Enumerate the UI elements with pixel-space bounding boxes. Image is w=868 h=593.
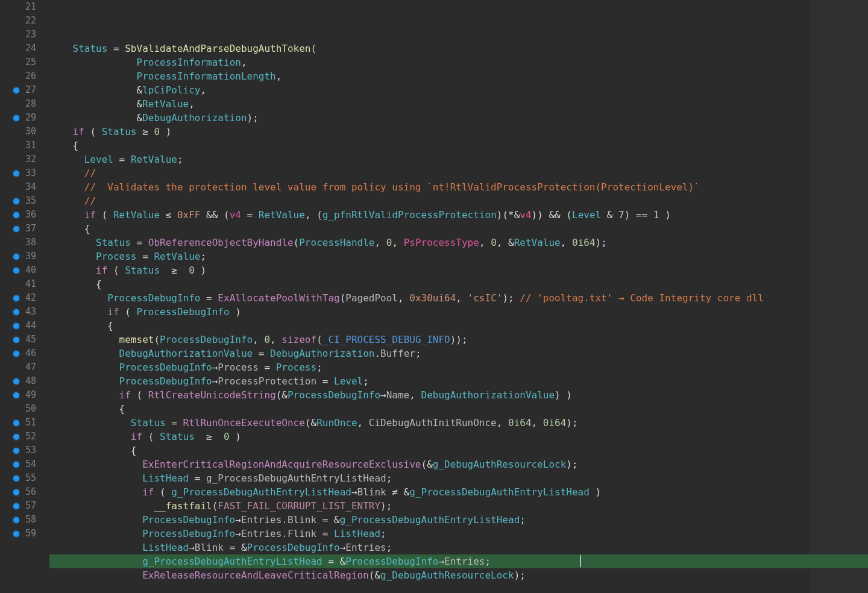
gutter-row[interactable]: 45 <box>13 333 42 347</box>
code-line[interactable]: { <box>49 444 868 457</box>
gutter-row[interactable]: 55 <box>13 471 42 485</box>
code-line[interactable]: if ( g_ProcessDebugAuthEntryListHead→Bli… <box>49 485 868 499</box>
breakpoint-icon[interactable] <box>13 226 19 232</box>
line-gutter[interactable]: 2122232425262728293031323334353637383940… <box>0 0 42 593</box>
code-line[interactable]: { <box>49 319 868 333</box>
code-line[interactable]: if ( Status ≥ 0 ) <box>49 125 868 139</box>
gutter-row[interactable]: 30 <box>13 125 42 139</box>
gutter-row[interactable]: 56 <box>13 485 42 499</box>
gutter-row[interactable]: 29 <box>13 111 42 125</box>
gutter-row[interactable]: 28 <box>13 97 42 111</box>
gutter-row[interactable]: 27 <box>13 83 42 97</box>
gutter-row[interactable]: 39 <box>13 249 42 263</box>
gutter-row[interactable]: 25 <box>13 55 42 69</box>
code-line[interactable]: Status = RtlRunOnceExecuteOnce(&RunOnce,… <box>49 416 868 430</box>
breakpoint-icon[interactable] <box>13 268 19 274</box>
code-editor[interactable]: 2122232425262728293031323334353637383940… <box>0 0 868 593</box>
code-line[interactable]: &DebugAuthorization); <box>49 111 868 125</box>
code-line[interactable]: if ( Status ≥ 0 ) <box>49 263 868 277</box>
breakpoint-icon[interactable] <box>13 531 19 537</box>
breakpoint-icon[interactable] <box>13 462 19 468</box>
breakpoint-icon[interactable] <box>13 171 19 177</box>
code-line[interactable]: ExEnterCriticalRegionAndAcquireResourceE… <box>49 457 868 471</box>
code-line[interactable]: DebugAuthorizationValue = DebugAuthoriza… <box>49 347 868 360</box>
breakpoint-icon[interactable] <box>13 115 19 121</box>
breakpoint-icon[interactable] <box>13 254 19 260</box>
gutter-row[interactable]: 52 <box>13 430 42 444</box>
breakpoint-icon[interactable] <box>13 309 19 315</box>
code-line[interactable]: // Validates the protection level value … <box>49 180 868 194</box>
gutter-row[interactable]: 31 <box>13 139 42 152</box>
gutter-row[interactable]: 42 <box>13 291 42 305</box>
gutter-row[interactable]: 43 <box>13 305 42 319</box>
breakpoint-icon[interactable] <box>13 434 19 440</box>
gutter-row[interactable]: 21 <box>13 0 42 14</box>
gutter-row[interactable]: 59 <box>13 527 42 541</box>
gutter-row[interactable]: 34 <box>13 180 42 194</box>
code-line[interactable]: // <box>49 194 868 208</box>
breakpoint-icon[interactable] <box>13 475 19 482</box>
gutter-row[interactable]: 54 <box>13 457 42 471</box>
breakpoint-icon[interactable] <box>13 337 19 343</box>
gutter-row[interactable]: 41 <box>13 277 42 291</box>
gutter-row[interactable]: 40 <box>13 263 42 277</box>
code-line[interactable]: ListHead = g_ProcessDebugAuthEntryListHe… <box>49 471 868 485</box>
gutter-row[interactable]: 53 <box>13 444 42 457</box>
code-line[interactable]: g_ProcessDebugAuthEntryListHead = &Proce… <box>49 554 868 568</box>
breakpoint-icon[interactable] <box>13 517 19 523</box>
code-line[interactable]: ProcessDebugInfo→Process = Process; <box>49 360 868 374</box>
code-line[interactable]: ProcessDebugInfo = ExAllocatePoolWithTag… <box>49 291 868 305</box>
gutter-row[interactable]: 47 <box>13 360 42 374</box>
code-line[interactable]: if ( RetValue ≤ 0xFF && (v4 = RetValue, … <box>49 208 868 222</box>
code-line[interactable]: // <box>49 166 868 180</box>
code-line[interactable]: ProcessDebugInfo→ProcessProtection = Lev… <box>49 374 868 388</box>
gutter-row[interactable]: 57 <box>13 499 42 513</box>
breakpoint-icon[interactable] <box>13 420 19 426</box>
code-line[interactable]: ProcessInformation, <box>49 55 868 69</box>
gutter-row[interactable]: 38 <box>13 236 42 249</box>
breakpoint-icon[interactable] <box>13 392 19 398</box>
code-line[interactable]: if ( Status ≥ 0 ) <box>49 430 868 444</box>
gutter-row[interactable]: 58 <box>13 513 42 527</box>
code-line[interactable]: ProcessDebugInfo→Entries.Blink = &g_Proc… <box>49 513 868 527</box>
breakpoint-icon[interactable] <box>13 378 19 384</box>
code-line[interactable]: Status = SbValidateAndParseDebugAuthToke… <box>49 42 868 55</box>
gutter-row[interactable]: 44 <box>13 319 42 333</box>
breakpoint-icon[interactable] <box>13 351 19 357</box>
breakpoint-icon[interactable] <box>13 503 19 509</box>
code-line[interactable]: &RetValue, <box>49 97 868 111</box>
gutter-row[interactable]: 48 <box>13 374 42 388</box>
gutter-row[interactable]: 22 <box>13 14 42 28</box>
breakpoint-icon[interactable] <box>13 489 19 495</box>
code-line[interactable]: { <box>49 402 868 416</box>
code-line[interactable]: if ( RtlCreateUnicodeString(&ProcessDebu… <box>49 388 868 402</box>
gutter-row[interactable]: 49 <box>13 388 42 402</box>
code-line[interactable]: memset(ProcessDebugInfo, 0, sizeof(_CI_P… <box>49 333 868 347</box>
gutter-row[interactable]: 32 <box>13 152 42 166</box>
code-line[interactable]: ListHead→Blink = &ProcessDebugInfo→Entri… <box>49 541 868 554</box>
code-line[interactable]: ProcessDebugInfo→Entries.Flink = ListHea… <box>49 527 868 541</box>
gutter-row[interactable]: 23 <box>13 28 42 42</box>
breakpoint-icon[interactable] <box>13 212 19 218</box>
gutter-row[interactable]: 35 <box>13 194 42 208</box>
gutter-row[interactable]: 51 <box>13 416 42 430</box>
code-line[interactable]: { <box>49 277 868 291</box>
code-line[interactable]: ProcessInformationLength, <box>49 69 868 83</box>
breakpoint-icon[interactable] <box>13 295 19 301</box>
code-line[interactable]: Status = ObReferenceObjectByHandle(Proce… <box>49 236 868 249</box>
gutter-row[interactable]: 37 <box>13 222 42 236</box>
code-line[interactable]: { <box>49 222 868 236</box>
gutter-row[interactable]: 24 <box>13 42 42 55</box>
code-line[interactable]: __fastfail(FAST_FAIL_CORRUPT_LIST_ENTRY)… <box>49 499 868 513</box>
gutter-row[interactable]: 26 <box>13 69 42 83</box>
breakpoint-icon[interactable] <box>13 448 19 454</box>
code-line[interactable]: Process = RetValue; <box>49 249 868 263</box>
gutter-row[interactable]: 46 <box>13 347 42 360</box>
breakpoint-icon[interactable] <box>13 198 19 204</box>
code-line[interactable]: Level = RetValue; <box>49 152 868 166</box>
breakpoint-icon[interactable] <box>13 87 19 93</box>
code-area[interactable]: Status = SbValidateAndParseDebugAuthToke… <box>42 0 868 593</box>
gutter-row[interactable]: 50 <box>13 402 42 416</box>
code-line[interactable]: if ( ProcessDebugInfo ) <box>49 305 868 319</box>
code-line[interactable]: &lpCiPolicy, <box>49 83 868 97</box>
